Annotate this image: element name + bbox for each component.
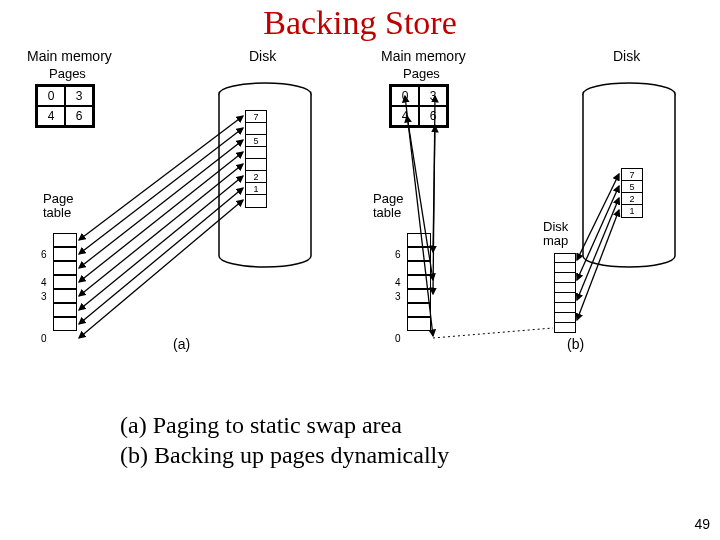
- swap-stack: 7 5 2 1: [621, 168, 643, 218]
- swap-cell: [246, 147, 266, 159]
- disk-map-label: Disk map: [543, 220, 568, 249]
- swap-cell: 2: [622, 193, 642, 205]
- pt-label: 0: [395, 333, 401, 344]
- panel-caption: (a): [173, 336, 190, 352]
- svg-line-18: [433, 328, 553, 338]
- swap-cell: [246, 159, 266, 171]
- pages-label: Pages: [49, 66, 86, 81]
- page-table: 6 4 3 0: [53, 233, 77, 331]
- swap-cell: 1: [246, 183, 266, 195]
- page-cell: 6: [65, 106, 93, 126]
- pt-label: 3: [395, 291, 401, 302]
- page-cell: 0: [391, 86, 419, 106]
- pt-label: 3: [41, 291, 47, 302]
- swap-cell: 7: [622, 169, 642, 181]
- pt-label: 6: [41, 249, 47, 260]
- page-cell: 4: [37, 106, 65, 126]
- page-table-label: Page table: [373, 192, 403, 221]
- disk-label: Disk: [613, 48, 640, 64]
- panel-b: Main memory Disk Pages Swap area Page ta…: [367, 48, 707, 358]
- page-cell: 4: [391, 106, 419, 126]
- swap-cell: 1: [622, 205, 642, 217]
- caption-a: (a) Paging to static swap area: [120, 410, 720, 440]
- page-cell: 6: [419, 106, 447, 126]
- mainmem-label: Main memory: [27, 48, 112, 64]
- page-table-label: Page table: [43, 192, 73, 221]
- pages-box: 0 3 4 6: [389, 84, 449, 128]
- swap-cell: 5: [246, 135, 266, 147]
- page-cell: 0: [37, 86, 65, 106]
- caption-b: (b) Backing up pages dynamically: [120, 440, 720, 470]
- pt-label: 0: [41, 333, 47, 344]
- page-table: 6 4 3 0: [407, 233, 431, 331]
- slide-number: 49: [694, 516, 710, 532]
- swap-cell: 2: [246, 171, 266, 183]
- svg-line-10: [433, 126, 435, 252]
- pt-label: 6: [395, 249, 401, 260]
- pages-label: Pages: [403, 66, 440, 81]
- panel-caption: (b): [567, 336, 584, 352]
- mainmem-label: Main memory: [381, 48, 466, 64]
- swap-cell: [246, 123, 266, 135]
- swap-cell: 5: [622, 181, 642, 193]
- swap-cell: 7: [246, 111, 266, 123]
- slide-title: Backing Store: [0, 4, 720, 42]
- pt-label: 4: [395, 277, 401, 288]
- disk-map: [554, 253, 576, 333]
- caption-lines: (a) Paging to static swap area (b) Backi…: [120, 410, 720, 470]
- page-cell: 3: [419, 86, 447, 106]
- page-cell: 3: [65, 86, 93, 106]
- swap-cell: [246, 195, 266, 207]
- pages-box: 0 3 4 6: [35, 84, 95, 128]
- swap-stack: 7 5 2 1: [245, 110, 267, 208]
- figure-area: Main memory Disk Pages Swap area Page ta…: [0, 48, 720, 358]
- disk-label: Disk: [249, 48, 276, 64]
- pt-label: 4: [41, 277, 47, 288]
- panel-a: Main memory Disk Pages Swap area Page ta…: [13, 48, 353, 358]
